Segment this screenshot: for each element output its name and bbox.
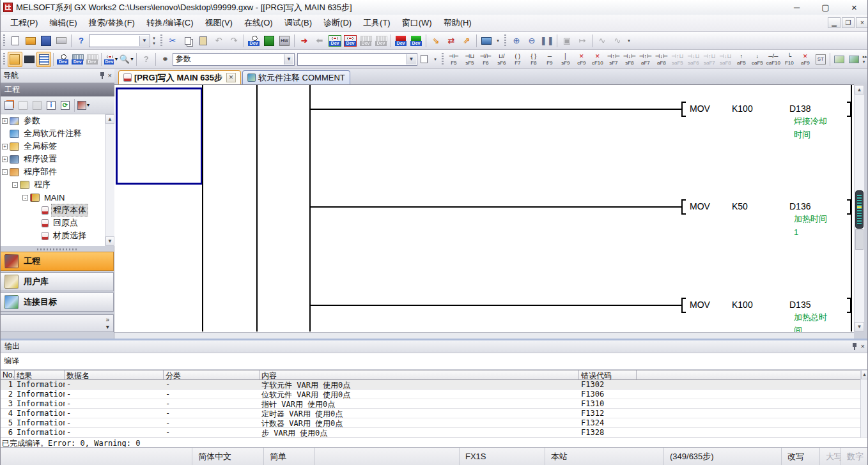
user-library-button[interactable]: 用户库 (1, 272, 114, 291)
toolbar-grip[interactable] (3, 34, 6, 47)
edit-position-scroll-thumb[interactable] (855, 190, 864, 229)
ladder-selection-cursor[interactable] (116, 88, 203, 185)
tree-expander-icon[interactable]: + (2, 144, 8, 149)
write-to-plc-button[interactable]: ➜ (297, 33, 312, 49)
tree-item-label[interactable]: 全局软元件注释 (22, 127, 84, 140)
toolbar-overflow-icon[interactable]: ▸▸▾ (862, 52, 868, 67)
scale-up-button[interactable]: ⊕ (509, 33, 524, 49)
tree-item-label[interactable]: 全局标签 (22, 140, 59, 153)
tree-item[interactable]: + 程序设置 (1, 153, 114, 165)
device-display-mode-button[interactable]: ▼ (104, 52, 119, 67)
ladder-symbol-button[interactable]: ⊣/⊢ F6 (477, 51, 493, 68)
menu-item[interactable]: 调试(B) (279, 15, 318, 31)
property-button[interactable]: i (44, 98, 58, 112)
device-setting-button[interactable] (85, 52, 100, 67)
copy-data-button[interactable] (16, 98, 30, 112)
monitor-start-button[interactable] (327, 33, 343, 49)
menu-item[interactable]: 工程(P) (4, 15, 43, 31)
tree-item[interactable]: 材质选择 (1, 229, 114, 242)
ladder-symbol-button[interactable]: ( ) F7 (509, 51, 525, 68)
tree-item[interactable]: 程序本体 (1, 204, 114, 217)
tree-item-label[interactable]: 程序部件 (22, 165, 59, 178)
io-assignment-button[interactable]: HW (277, 33, 292, 49)
project-view-button[interactable]: 工程 (1, 252, 114, 271)
scroll-up-icon[interactable]: ▲ (105, 114, 114, 124)
device-memory-button[interactable] (70, 52, 85, 67)
output-row[interactable]: 4 Information - - 定时器 VAR用 使用0点 F1312 (1, 409, 860, 418)
tree-item[interactable]: + 全局标签 (1, 140, 114, 153)
tree-item[interactable]: - MAIN (1, 191, 114, 204)
output-column-header[interactable]: 数据名 (65, 370, 164, 379)
output-row[interactable]: 6 Information - - 步 VAR用 使用0点 F1328 (1, 428, 860, 438)
tree-item[interactable]: 全局软元件注释 (1, 127, 114, 140)
screen-monitor-button[interactable] (261, 33, 277, 49)
connection-destination-button[interactable]: 连接目标 (1, 293, 114, 312)
ladder-symbol-button[interactable]: ─/─ caF10 (765, 51, 781, 68)
menu-item[interactable]: 视图(V) (199, 15, 238, 31)
menu-item[interactable]: 转换/编译(C) (141, 15, 199, 31)
copy-button[interactable] (180, 33, 196, 49)
output-row[interactable]: 1 Information - - 字软元件 VAR用 使用0点 F1302 (1, 380, 860, 390)
instruction-mnemonic[interactable]: MOV (690, 103, 732, 114)
function-block-selection-button[interactable] (22, 52, 37, 67)
find-zoom-button[interactable]: 🔍▼ (119, 52, 134, 67)
scale-down-button[interactable]: ⊖ (524, 33, 539, 49)
output-row[interactable]: 3 Information - - 指针 VAR用 使用0点 F1310 (1, 399, 860, 409)
instruction-destination-operand[interactable]: D138 (789, 103, 846, 114)
monitor-stop-button[interactable] (343, 33, 358, 49)
combo-dropdown-icon[interactable]: ▼ (407, 54, 416, 65)
buffer-memory-monitor-button[interactable] (373, 33, 389, 49)
scroll-up-icon[interactable]: ▲ (855, 85, 864, 95)
window-minimize-button[interactable]: ─ (782, 1, 811, 14)
paste-button[interactable] (196, 33, 211, 49)
ladder-symbol-button[interactable]: └ F10 (781, 51, 797, 68)
combo-dropdown-icon[interactable]: ▼ (139, 36, 149, 46)
output-column-header[interactable]: 内容 (260, 370, 579, 379)
ladder-symbol-button[interactable]: ⊣↓⊔ saF8 (717, 51, 733, 68)
ladder-symbol-button[interactable]: ⊣↑⊢ aF7 (637, 51, 653, 68)
tree-expander-icon[interactable]: - (12, 182, 18, 188)
combo-dropdown-icon[interactable]: ▼ (284, 54, 293, 65)
ladder-symbol-button[interactable]: ⊣⊢ F5 (446, 51, 461, 68)
output-column-header[interactable]: No. (1, 370, 15, 379)
new-data-button[interactable] (2, 98, 16, 112)
transfer-setup-button[interactable] (479, 33, 494, 49)
ladder-symbol-button[interactable]: ─ F9 (541, 51, 557, 68)
sampling-trace-button[interactable]: ∿ (594, 33, 610, 49)
device-comment-button[interactable] (56, 52, 70, 67)
step-run-button[interactable]: ↦ (575, 33, 590, 49)
instruction-mnemonic[interactable]: MOV (690, 201, 732, 211)
tree-item-label[interactable]: 回原点 (51, 217, 80, 229)
toolbar-grip[interactable] (160, 34, 163, 47)
print-button[interactable] (54, 33, 69, 49)
cut-button[interactable]: ✂ (165, 33, 180, 49)
menu-item[interactable]: 在线(O) (238, 15, 279, 31)
close-icon[interactable]: × (108, 72, 112, 80)
open-project-button[interactable] (23, 33, 38, 49)
sort-filter-button[interactable]: ▼ (77, 98, 91, 112)
help-button[interactable]: ? (74, 33, 89, 49)
more-views-button[interactable]: »▾ (105, 316, 109, 330)
inline-st-button[interactable]: ST (813, 52, 828, 67)
find-button[interactable]: ⚭ (158, 52, 173, 67)
output-row[interactable]: 5 Information - - 计数器 VAR用 使用0点 F1324 (1, 418, 860, 428)
tab-close-icon[interactable]: ✕ (226, 73, 236, 82)
window-close-button[interactable]: × (840, 1, 868, 14)
ladder-symbol-button[interactable]: ✕ cF10 (589, 51, 605, 68)
read-from-plc-button[interactable]: ⬅ (312, 33, 327, 49)
find-target-combo[interactable]: ▼ (297, 53, 417, 66)
comment-display-button[interactable] (36, 52, 51, 67)
tree-scrollbar[interactable]: ▲ ▼ (105, 114, 114, 246)
output-column-header[interactable]: 分类 (164, 370, 260, 379)
ladder-symbol-button[interactable]: ⊣↓⊢ sF8 (621, 51, 637, 68)
project-combo[interactable]: ▼ (89, 34, 150, 47)
tree-item-label[interactable]: 程序 (32, 178, 52, 191)
tree-item-label[interactable]: 程序本体 (51, 204, 88, 217)
menu-item[interactable]: 编辑(E) (43, 15, 82, 31)
toolbar-overflow-icon[interactable]: ▾ (431, 52, 438, 67)
ladder-canvas[interactable]: MOV K100 D138 焊接冷却 时间 MOV K50 D136 加热时间 (114, 84, 854, 332)
edit-ladder-comment-button[interactable] (832, 52, 847, 67)
tab-device-comment[interactable]: 软元件注释 COMMENT (242, 70, 350, 84)
ladder-symbol-button[interactable]: ✕ cF9 (573, 51, 589, 68)
ladder-symbol-button[interactable]: ⊔/ sF6 (493, 51, 509, 68)
